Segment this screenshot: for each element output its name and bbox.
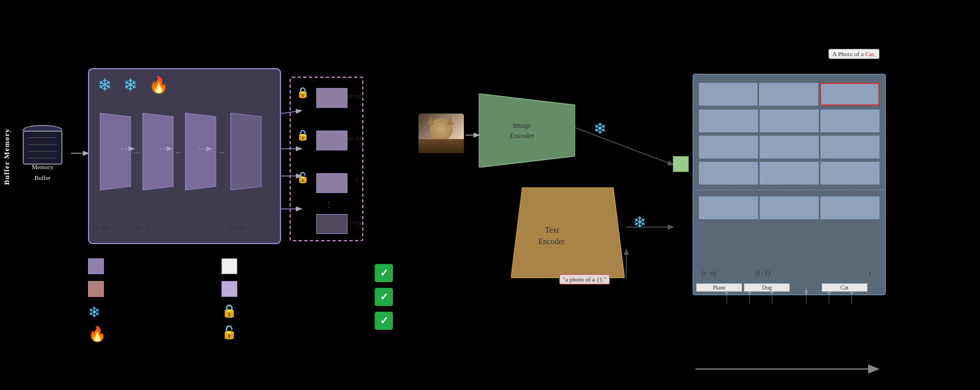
check-icon-3: ✓ (380, 314, 388, 327)
prompt-text: "a photo of a {}." (563, 276, 606, 283)
prompt-text-box: "a photo of a {}." (559, 274, 610, 284)
grid-row-2 (699, 110, 880, 132)
legend-sq-light-purple (221, 281, 237, 297)
image-encoder-svg: Image Encoder (479, 94, 575, 167)
svg-line-9 (575, 128, 673, 165)
svg-text:Image: Image (513, 121, 531, 129)
legend-sq-current (88, 258, 104, 274)
small-frame-t-minus-1 (316, 131, 347, 150)
small-frame-t-plus-n (316, 214, 347, 234)
grid-row-3 (699, 136, 880, 158)
dots-vertical: ⋮ (325, 200, 333, 209)
grid-row-4 (699, 162, 880, 184)
legend-col-2-row4: 🔓 (221, 325, 237, 340)
memory-buffer-label2: Buffer (35, 174, 51, 182)
label-tpn-right: (t+n) (348, 219, 361, 225)
lock-closed-1: 🔒 (296, 86, 309, 99)
legend-col-2-row2 (221, 281, 237, 297)
legend-row-2 (88, 281, 104, 297)
legend-row-3: ❄ (88, 304, 100, 321)
text-encoder: Text Encoder (511, 187, 625, 278)
dot-3: . (875, 284, 877, 291)
legend-row-1 (88, 258, 104, 274)
small-frame-t (316, 173, 347, 193)
memory-buffer: Memory Buffer (17, 125, 68, 182)
grid-col-label-tm1: (t−1) (756, 269, 770, 278)
check-icon-2: ✓ (380, 291, 388, 303)
svg-text:Encoder: Encoder (538, 237, 565, 246)
grid-col-label-tn: (t−n) (702, 269, 716, 278)
label-t-plus-n-inner: (t+n) (230, 224, 244, 233)
snowflake-icon-1: ❄ (98, 75, 112, 95)
text-encoder-svg: Text Encoder (511, 187, 625, 278)
checkmark-3: ✓ (375, 312, 393, 330)
cylinder-body (23, 131, 62, 165)
dot-2: . (813, 284, 814, 291)
fire-icon-1: 🔥 (149, 76, 169, 94)
output-text-box: A Photo of a Cat. (828, 49, 880, 59)
dashed-box: 🔒 (t−n) 🔒 (t−1) 🔓 t ⋮ (t+n) (290, 77, 363, 241)
feature-frame-t-minus-n (100, 113, 131, 191)
legend-col-2-row3: 🔒 (221, 304, 237, 318)
feature-frame-t (185, 113, 216, 191)
dots-connector-1: ··· (133, 149, 140, 158)
output-prefix: A Photo of a (832, 51, 865, 57)
feature-grid-container: A Photo of a Cat. (693, 74, 886, 295)
snowflake-text-encoder: ❄ (633, 213, 646, 232)
output-cat: Cat. (865, 51, 876, 57)
svg-marker-19 (479, 94, 575, 167)
legend-row-4: 🔥 (88, 325, 106, 343)
check-icon-1: ✓ (380, 267, 388, 279)
grid-col-label-t: t (869, 269, 871, 278)
label-t-minus-n-inner: (t−n) (94, 224, 108, 233)
label-t-inner: t (194, 224, 196, 233)
legend-col-2-row1 (221, 258, 237, 274)
legend-sq-white (221, 258, 237, 274)
feature-frame-t-minus-1 (143, 113, 174, 191)
feature-frame-t-plus-n (231, 113, 262, 191)
lock-closed-legend: 🔒 (221, 304, 237, 318)
class-dog: Dog (762, 284, 772, 291)
image-encoder: Image Encoder (479, 94, 575, 167)
fire-legend: 🔥 (88, 325, 106, 343)
lock-open-1: 🔓 (296, 171, 309, 184)
class-label-row: Plane Dog . . Cat . (696, 283, 882, 292)
dots-connector-2: ··· (175, 149, 182, 158)
cylinder-icon (23, 125, 62, 161)
small-frame-t-minus-n (316, 88, 347, 108)
dot-1: . (798, 284, 799, 291)
snowflake-image-encoder: ❄ (593, 119, 606, 138)
dots-connector-3: ··· (219, 149, 225, 158)
snowflake-icon-2: ❄ (123, 75, 137, 95)
diagram-container: Memory Buffer Buffer Memory ❄ ❄ 🔥 ··· ··… (0, 0, 980, 390)
cat-image (418, 114, 464, 153)
checkmark-1: ✓ (375, 264, 393, 282)
checkmark-2: ✓ (375, 288, 393, 306)
image-encoder-output (673, 156, 689, 172)
grid-row-1 (699, 83, 880, 106)
label-t-right: t (356, 177, 358, 184)
buffer-memory-box: ❄ ❄ 🔥 ··· ··· ··· (t−n) (t−1) t (t+n) (88, 68, 281, 244)
class-cat: Cat (840, 284, 848, 291)
lock-open-legend: 🔓 (221, 325, 237, 339)
svg-marker-22 (511, 187, 625, 278)
label-t-minus-1-inner: (t−1) (136, 224, 150, 233)
lock-closed-2: 🔒 (296, 129, 309, 141)
label-tn-right: (t−n) (348, 92, 361, 99)
buffer-memory-vertical-label: Buffer Memory (2, 128, 11, 185)
label-tm1-right: (t−1) (348, 135, 361, 141)
grid-row-5 (699, 196, 880, 219)
class-plane: Plane (713, 284, 725, 291)
grid-divider (696, 190, 882, 190)
legend-sq-past (88, 281, 104, 297)
snowflake-legend: ❄ (88, 304, 100, 321)
svg-text:Text: Text (545, 226, 559, 234)
svg-text:Encoder: Encoder (510, 131, 535, 140)
